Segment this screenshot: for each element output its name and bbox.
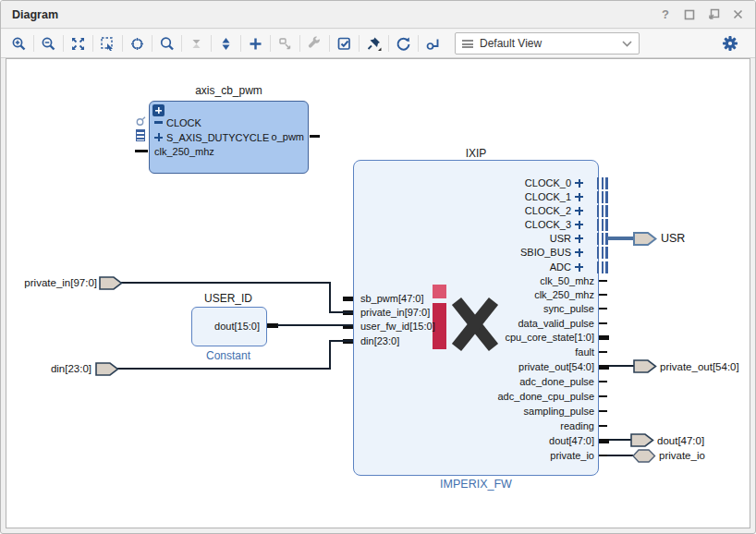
expand-pin-icon[interactable]	[575, 263, 583, 272]
interface-pin-icon[interactable]	[597, 261, 608, 273]
wire-dout[interactable]	[609, 439, 631, 441]
fit-selection-button[interactable]	[125, 31, 150, 55]
pin-data-valid-pulse[interactable]: data_valid_pulse	[408, 317, 594, 330]
interface-pin-icon[interactable]	[597, 247, 608, 259]
wire-private-io[interactable]	[607, 455, 633, 456]
reading-stub[interactable]	[599, 425, 607, 427]
pin-clock-2[interactable]: CLOCK_2	[408, 204, 583, 217]
pin-toolbar-button[interactable]	[361, 31, 386, 55]
pin-clk-250-label[interactable]: clk_250_mhz	[154, 145, 214, 158]
pin-clock-1[interactable]: CLOCK_1	[408, 190, 583, 203]
adc-done-cpu-pulse-stub[interactable]	[599, 395, 607, 397]
private-io-stub[interactable]	[599, 455, 607, 456]
port-din[interactable]	[95, 362, 119, 376]
cpu-core-state-stub[interactable]	[599, 335, 609, 340]
zoom-in-button[interactable]	[6, 31, 31, 55]
interface-connections-button[interactable]	[421, 31, 445, 55]
clk-250-stub[interactable]	[135, 150, 148, 152]
port-dout[interactable]	[630, 433, 654, 447]
pin-private-io[interactable]: private_io	[408, 449, 594, 462]
port-private-in[interactable]	[99, 276, 123, 290]
clk-250-mhz-stub[interactable]	[599, 294, 607, 296]
port-private-out[interactable]	[633, 359, 657, 373]
zoom-out-button[interactable]	[36, 31, 61, 55]
fault-stub[interactable]	[599, 351, 607, 353]
expand-block-button[interactable]	[152, 104, 165, 116]
clock-interface-pin-icon[interactable]	[135, 115, 147, 127]
wire-private-in-h2[interactable]	[329, 311, 353, 313]
expand-pin-icon[interactable]	[575, 221, 583, 229]
float-icon[interactable]	[707, 8, 720, 21]
pin-reading[interactable]: reading	[408, 419, 594, 432]
port-private-io[interactable]	[632, 449, 656, 463]
pin-clock-3[interactable]: CLOCK_3	[408, 218, 583, 231]
adc-done-pulse-stub[interactable]	[599, 381, 607, 382]
settings-gear-button[interactable]	[717, 31, 742, 55]
sb-pwm-stub[interactable]	[343, 297, 353, 301]
pin-fault[interactable]: fault	[408, 346, 594, 358]
pin-o-pwm-label[interactable]: o_pwm	[249, 130, 304, 143]
sampling-pulse-stub[interactable]	[599, 410, 607, 412]
wire-usr-interface[interactable]	[607, 237, 634, 240]
interface-pin-icon[interactable]	[597, 177, 608, 189]
pin-sync-pulse[interactable]: sync_pulse	[408, 302, 594, 315]
pin-adc-done-cpu-pulse[interactable]: adc_done_cpu_pulse	[408, 390, 594, 403]
interface-pin-icon[interactable]	[597, 191, 608, 203]
toolbar-separator	[211, 35, 212, 52]
collapse-pin-icon[interactable]	[154, 121, 163, 124]
add-ip-button[interactable]	[243, 31, 268, 55]
dout-stub[interactable]	[599, 439, 609, 443]
private-out-stub[interactable]	[599, 365, 609, 370]
zoom-fit-button[interactable]	[66, 31, 91, 55]
pin-cpu-core-state[interactable]: cpu_core_state[1:0]	[408, 331, 594, 344]
regenerate-layout-button[interactable]	[391, 31, 416, 55]
o-pwm-stub[interactable]	[310, 135, 320, 138]
pin-clock[interactable]: CLOCK	[154, 116, 201, 128]
data-valid-pulse-stub[interactable]	[599, 322, 607, 324]
sync-pulse-stub[interactable]	[599, 308, 607, 309]
port-usr[interactable]	[633, 232, 657, 246]
expand-pin-icon[interactable]	[575, 249, 583, 257]
validate-design-button[interactable]	[332, 31, 357, 55]
interface-pin-icon[interactable]	[597, 205, 608, 217]
pin-usr[interactable]: USR	[408, 232, 583, 245]
pin-clock-0[interactable]: CLOCK_0	[408, 176, 583, 189]
pin-sampling-pulse[interactable]: sampling_pulse	[408, 405, 594, 418]
collapse-hierarchy-button[interactable]	[184, 31, 209, 55]
expand-pin-icon[interactable]	[575, 193, 583, 201]
wire-din-v[interactable]	[329, 340, 331, 370]
wire-private-in-v[interactable]	[329, 282, 331, 313]
pin-private-out[interactable]: private_out[54:0]	[408, 360, 594, 373]
expand-pin-icon[interactable]	[575, 235, 583, 243]
pin-clk-50-mhz[interactable]: clk_50_mhz	[408, 274, 594, 287]
wire-private-out[interactable]	[609, 365, 634, 367]
view-selector-dropdown[interactable]: Default View	[455, 32, 640, 55]
close-icon[interactable]	[731, 8, 744, 21]
dout-15-0-pin-label[interactable]: dout[15:0]	[195, 320, 260, 333]
expand-pin-icon[interactable]	[154, 133, 163, 141]
pin-dout[interactable]: dout[47:0]	[408, 434, 594, 447]
clk-50-mhz-stub[interactable]	[599, 280, 607, 282]
pin-adc-done-pulse[interactable]: adc_done_pulse	[408, 375, 594, 388]
interface-pin-icon[interactable]	[597, 219, 608, 231]
help-icon[interactable]: ?	[659, 8, 672, 21]
expand-pin-icon[interactable]	[575, 207, 583, 215]
plus-icon	[155, 107, 162, 114]
diagram-canvas[interactable]: axis_cb_pwm CLOCK S_AXIS_DUTYCYCLE clk_2…	[6, 58, 750, 528]
pin-din[interactable]: din[23:0]	[360, 334, 399, 347]
expand-hierarchy-button[interactable]	[213, 31, 238, 55]
axis-interface-pin-icon[interactable]	[136, 129, 145, 141]
customize-block-button[interactable]	[302, 31, 327, 55]
make-external-button[interactable]	[273, 31, 298, 55]
expand-pin-icon[interactable]	[575, 179, 583, 188]
search-button[interactable]	[154, 31, 179, 55]
wire-din-h[interactable]	[117, 368, 331, 370]
pin-sbio-bus[interactable]: SBIO_BUS	[408, 246, 583, 259]
pin-clk-250-mhz[interactable]: clk_250_mhz	[408, 288, 594, 301]
zoom-to-selection-button[interactable]	[95, 31, 120, 55]
maximize-icon[interactable]	[683, 8, 696, 21]
wire-private-in-h[interactable]	[121, 282, 331, 284]
wire-din-h2[interactable]	[329, 340, 353, 342]
wire-dout-to-user-fw-id[interactable]	[277, 324, 353, 326]
pin-adc[interactable]: ADC	[408, 261, 583, 273]
